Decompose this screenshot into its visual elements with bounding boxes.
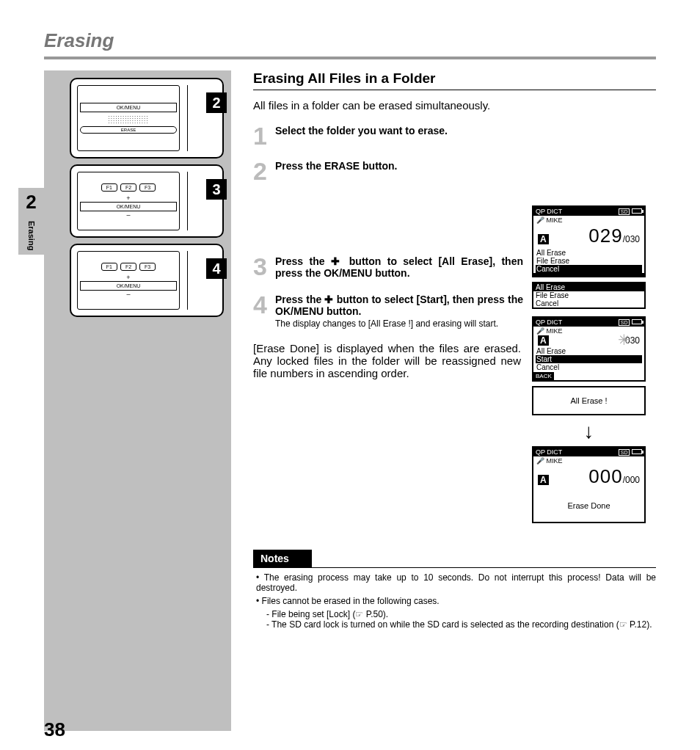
- erase-button-icon: ERASE: [80, 126, 177, 134]
- step-4: 4 Press the ✚ button to select [Start], …: [253, 294, 523, 329]
- arrow-down-icon: ↓: [532, 420, 646, 443]
- device-illustration-3: F1 F2 F3 + OK/MENU – 3: [70, 164, 224, 238]
- manual-page: Erasing 2 Erasing OK/MENU ::::::::::::::…: [0, 0, 700, 750]
- notes-section: Notes The erasing process may take up to…: [253, 550, 656, 630]
- page-header: Erasing: [44, 29, 656, 59]
- lcd-column: QP DICTSD 🎤 MIKE A029/030 All Erase File…: [532, 125, 646, 528]
- step-1: 1 Select the folder you want to erase.: [253, 125, 523, 147]
- lcd-screen-3: QP DICTSD 🎤 MIKE A030 All Erase Start Ca…: [532, 316, 646, 382]
- step-badge: 2: [206, 92, 227, 113]
- side-tab: 2 Erasing: [18, 188, 44, 255]
- step-2: 2 Press the ERASE button.: [253, 160, 523, 182]
- lcd-menu-2: All Erase File Erase Cancel: [532, 282, 646, 309]
- header-title: Erasing: [44, 29, 656, 52]
- intro-text: All files in a folder can be erased simu…: [253, 99, 656, 112]
- ok-menu-button-icon: OK/MENU: [80, 103, 177, 112]
- device-illustration-2: OK/MENU ::::::::::::::::::::::::::::::::…: [70, 78, 224, 159]
- result-text: [Erase Done] is displayed when the files…: [253, 342, 521, 379]
- note-item: Files cannot be erased in the following …: [256, 596, 656, 606]
- lcd-erasing: All Erase !: [532, 386, 646, 415]
- device-illustration-4: F1 F2 F3 + OK/MENU – 4: [70, 244, 224, 317]
- note-item: The erasing process may take up to 10 se…: [256, 572, 656, 593]
- page-number: 38: [44, 718, 65, 741]
- lcd-screen-5: QP DICTSD 🎤 MIKE A000/000 Erase Done: [532, 446, 646, 523]
- ok-menu-button-icon: OK/MENU: [80, 202, 177, 211]
- step-badge: 4: [206, 258, 227, 279]
- step-badge: 3: [206, 179, 227, 200]
- section-title: Erasing All Files in a Folder: [253, 70, 656, 90]
- ok-menu-button-icon: OK/MENU: [80, 281, 177, 291]
- chapter-label: Erasing: [27, 221, 36, 250]
- chapter-number: 2: [18, 188, 44, 216]
- content-row: 2 Erasing OK/MENU ::::::::::::::::::::::…: [44, 70, 656, 731]
- main-column: Erasing All Files in a Folder All files …: [231, 70, 656, 731]
- lcd-screen-1: QP DICTSD 🎤 MIKE A029/030 All Erase File…: [532, 205, 646, 277]
- grey-sidebar: 2 Erasing OK/MENU ::::::::::::::::::::::…: [44, 70, 231, 731]
- step-3: 3 Press the ✚ button to select [All Eras…: [253, 255, 523, 280]
